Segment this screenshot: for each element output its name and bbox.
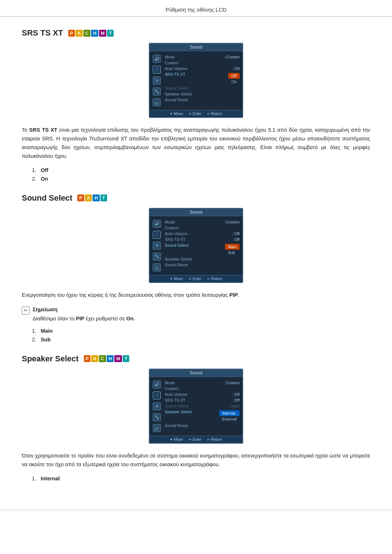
osd-item-autovol-spk: Auto Volume : Off xyxy=(164,391,240,397)
osd-item-speakersel-spk: Speaker Select Internal External xyxy=(164,409,240,423)
osd-option-internal-spk: Internal xyxy=(219,410,240,416)
osd-soundselect: Sound 🔊 🎵 ⚙ 🔧 📺 Mode : Custom xyxy=(22,208,370,283)
badge-group-soundselect: P A H T xyxy=(77,194,107,201)
osd-footer-return-srs: ↩ Return xyxy=(207,112,222,116)
osd-option-external-spk: External xyxy=(219,416,240,422)
badge-a-srs: A xyxy=(75,30,82,37)
osd-footer-move-srs: ✦ Move xyxy=(170,112,183,116)
osd-body-srs: 🔊 🎵 ⚙ 🔧 📺 Mode : Custom Custom xyxy=(150,51,242,110)
osd-icon-4: 🔧 xyxy=(153,87,161,95)
osd-menu-srs: Mode : Custom Custom Auto Volume : Off S… xyxy=(164,54,240,107)
osd-footer-srs: ✦ Move ↵ Enter ↩ Return xyxy=(150,110,242,117)
osd-item-speakerselect-srs: Speaker Select xyxy=(164,91,240,97)
osd-icon-1: 🔊 xyxy=(153,55,161,63)
note-box-soundselect: ✏ Σημείωση Διαθέσιμο όταν το PIP έχει ρυ… xyxy=(22,306,370,323)
badge-c-srs: C xyxy=(83,30,90,37)
osd-screen-soundselect: Sound 🔊 🎵 ⚙ 🔧 📺 Mode : Custom xyxy=(149,208,243,283)
badge-h-spk: H xyxy=(107,355,114,362)
osd-item-mode-ss: Mode : Custom xyxy=(164,219,240,225)
page-title: Ρύθμιση της οθόνης LCD xyxy=(166,7,226,13)
badge-h-ss: H xyxy=(93,194,99,201)
note-title-soundselect: Σημείωση xyxy=(33,307,57,312)
osd-item-autovolume: Auto Volume : Off xyxy=(164,66,240,71)
osd-footer-enter-srs: ↵ Enter xyxy=(189,112,201,116)
osd-item-soundreset-spk: Sound Reset xyxy=(164,423,240,428)
osd-item-soundreset-ss: Sound Reset xyxy=(164,262,240,268)
list-item-srs-2: 2. On xyxy=(32,176,370,182)
page-footer-divider xyxy=(0,510,392,510)
osd-icon-spk-5: 📺 xyxy=(153,424,161,432)
list-item-ss-1: 1. Main xyxy=(32,328,370,334)
section-title-speakerselect: Speaker Select P A C H M T xyxy=(22,354,370,364)
osd-option-on-srs: On xyxy=(228,79,240,85)
osd-title-soundselect: Sound xyxy=(150,209,242,216)
osd-icon-2: 🎵 xyxy=(153,66,161,74)
list-item-srs-1: 1. Off xyxy=(32,167,370,173)
osd-item-custom-spk: Custom xyxy=(164,386,240,391)
osd-icon-ss-1: 🔊 xyxy=(153,220,161,228)
osd-item-soundsel-spk: Sound Select : Main xyxy=(164,403,240,409)
list-item-spk-1: 1. Internal xyxy=(32,476,370,481)
osd-menu-ss: Mode : Custom Custom Auto Volume : Off S… xyxy=(164,219,240,272)
list-item-ss-2: 2. Sub xyxy=(32,337,370,342)
badge-group-speakerselect: P A C H M T xyxy=(84,355,130,362)
osd-item-srs: SRS TS XT Off On xyxy=(164,71,240,85)
osd-item-soundreset-srs: Sound Reset xyxy=(164,97,240,103)
osd-icon-ss-4: 🔧 xyxy=(153,253,161,260)
badge-a-ss: A xyxy=(85,194,92,201)
body-text-srs: Το SRS TS XT είναι μια τεχνολογία επίλυσ… xyxy=(22,126,370,161)
badge-p-srs: P xyxy=(68,30,75,37)
osd-icon-ss-2: 🎵 xyxy=(153,231,161,239)
osd-item-custom-ss: Custom xyxy=(164,225,240,231)
badge-m-srs: M xyxy=(99,30,107,37)
badge-group-srs: P A C H M T xyxy=(68,30,114,37)
badge-p-ss: P xyxy=(77,194,84,201)
osd-item-speakersel-ss: Speaker Select xyxy=(164,256,240,262)
osd-menu-spk: Mode : Custom Custom Auto Volume : Off S… xyxy=(164,380,240,433)
body-text-soundselect: Ενεργοποίηση του ήχου της κύριας ή της δ… xyxy=(22,291,370,300)
osd-footer-spk: ✦ Move ↵ Enter ↩ Return xyxy=(150,436,242,443)
badge-t-ss: T xyxy=(101,194,107,201)
osd-icon-spk-1: 🔊 xyxy=(153,381,161,389)
badge-t-srs: T xyxy=(107,30,114,37)
section-title-soundselect: Sound Select P A H T xyxy=(22,193,370,203)
osd-item-srs-spk: SRS TS XT : Off xyxy=(164,397,240,403)
note-icon-soundselect: ✏ xyxy=(22,307,30,315)
body-text-speakerselect: Όταν χρησιμοποιείτε το προϊόν που είναι … xyxy=(22,452,370,469)
osd-icons-spk: 🔊 🎵 ⚙ 🔧 📺 xyxy=(152,380,162,433)
osd-body-speakerselect: 🔊 🎵 ⚙ 🔧 📺 Mode : Custom Custom xyxy=(150,377,242,436)
osd-speakerselect: Sound 🔊 🎵 ⚙ 🔧 📺 Mode : Custom xyxy=(22,369,370,444)
osd-footer-enter-ss: ↵ Enter xyxy=(189,277,201,281)
badge-a-spk: A xyxy=(91,355,98,362)
content-area: SRS TS XT P A C H M T Sound 🔊 🎵 ⚙ 🔧 xyxy=(0,28,392,499)
osd-icon-spk-4: 🔧 xyxy=(153,413,161,421)
osd-icon-spk-3: ⚙ xyxy=(153,402,161,410)
osd-title-srs: Sound xyxy=(150,44,242,51)
badge-m-spk: M xyxy=(114,355,122,362)
osd-icon-3: ⚙ xyxy=(153,77,161,85)
osd-footer-return-ss: ↩ Return xyxy=(207,277,222,281)
osd-item-soundsel-ss: Sound Select Main Sub xyxy=(164,242,240,256)
osd-screen-speakerselect: Sound 🔊 🎵 ⚙ 🔧 📺 Mode : Custom xyxy=(149,369,243,444)
section-sound-select: Sound Select P A H T Sound 🔊 🎵 ⚙ 🔧 📺 xyxy=(22,193,370,342)
osd-icon-spk-2: 🎵 xyxy=(153,391,161,399)
osd-screen-srs: Sound 🔊 🎵 ⚙ 🔧 📺 Mode : Custom xyxy=(149,43,243,118)
osd-item-srs-ss: SRS TS XT : Off xyxy=(164,237,240,242)
osd-icons-srs: 🔊 🎵 ⚙ 🔧 📺 xyxy=(152,54,162,107)
osd-option-main-ss: Main xyxy=(225,244,240,250)
osd-icon-ss-5: 📺 xyxy=(153,263,161,271)
osd-item-autovol-ss: Auto Volume : Off xyxy=(164,231,240,237)
page-header: Ρύθμιση της οθόνης LCD xyxy=(0,0,392,17)
osd-icon-5: 📺 xyxy=(153,98,161,106)
osd-icons-ss: 🔊 🎵 ⚙ 🔧 📺 xyxy=(152,219,162,272)
osd-footer-ss: ✦ Move ↵ Enter ↩ Return xyxy=(150,275,242,282)
section-title-srs: SRS TS XT P A C H M T xyxy=(22,28,370,38)
section-heading-speakerselect: Speaker Select xyxy=(22,354,79,364)
osd-item-mode-spk: Mode : Custom xyxy=(164,380,240,386)
badge-t-spk: T xyxy=(123,355,129,362)
osd-icon-ss-3: ⚙ xyxy=(153,242,161,250)
osd-item-custom: Custom xyxy=(164,60,240,66)
osd-item-mode: Mode : Custom xyxy=(164,54,240,60)
badge-c-spk: C xyxy=(99,355,106,362)
section-heading-soundselect: Sound Select xyxy=(22,193,72,203)
